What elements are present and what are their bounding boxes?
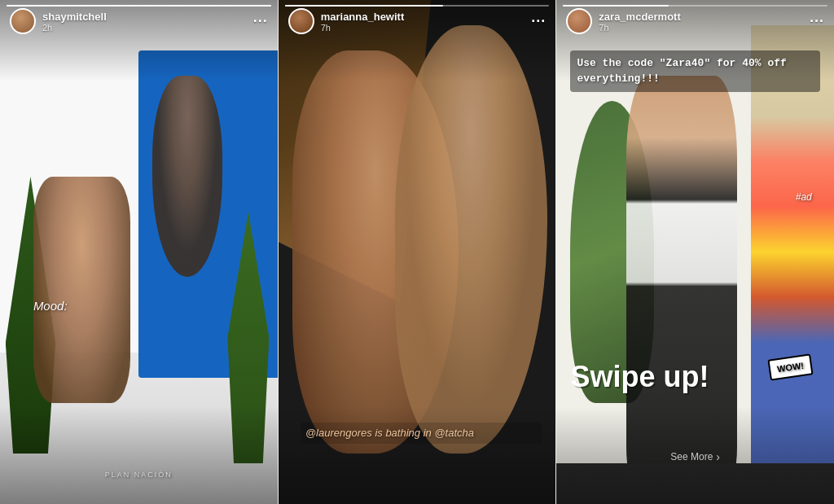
- story2-header-left: marianna_hewitt 7h: [288, 8, 405, 34]
- story2-username: marianna_hewitt: [321, 11, 405, 23]
- story1-mood-text: Mood:: [33, 299, 68, 313]
- story3-username: zara_mcdermott: [599, 11, 680, 23]
- story3-header-left: zara_mcdermott 7h: [566, 8, 680, 34]
- story1-progress-bar: [7, 5, 271, 7]
- story3-progress-fill: [563, 5, 669, 7]
- story3-ad-tag: #ad: [796, 191, 812, 203]
- story1-meta: shaymitchell 2h: [42, 11, 107, 33]
- story-card-2[interactable]: marianna_hewitt 7h ··· @laurengores is b…: [279, 0, 557, 504]
- story2-caption: @laurengores is bathing in @tatcha: [301, 423, 542, 444]
- story2-progress-fill: [285, 5, 444, 7]
- story3-time-ago: 7h: [599, 23, 680, 33]
- story2-bottom-gradient: [279, 406, 556, 504]
- avatar-zara-mcdermott[interactable]: [566, 8, 592, 34]
- story1-bottom-gradient: [0, 406, 278, 504]
- story3-swipe-up-text: Swipe up!: [570, 361, 709, 393]
- story1-username: shaymitchell: [42, 11, 107, 23]
- story2-time-ago: 7h: [321, 23, 405, 33]
- story3-meta: zara_mcdermott 7h: [599, 11, 680, 33]
- story1-figure-top: [152, 76, 222, 278]
- story2-face-right: [395, 25, 547, 454]
- story1-time-ago: 2h: [42, 23, 107, 33]
- story3-bottom-gradient: [556, 406, 834, 504]
- story-card-1[interactable]: shaymitchell 2h ··· Mood: PLAN NACIÓN: [0, 0, 279, 504]
- story3-progress-bar: [563, 5, 827, 7]
- stories-container: shaymitchell 2h ··· Mood: PLAN NACIÓN: [0, 0, 834, 504]
- story1-progress-fill: [7, 5, 271, 7]
- story-card-3[interactable]: zara_mcdermott 7h ··· Use the code "Zara…: [556, 0, 834, 504]
- story1-more-button[interactable]: ···: [253, 13, 268, 30]
- story3-more-button[interactable]: ···: [810, 13, 824, 30]
- story1-header-left: shaymitchell 2h: [10, 8, 107, 34]
- avatar-shaymitchell[interactable]: [10, 8, 36, 34]
- avatar-marianna-hewitt[interactable]: [288, 8, 314, 34]
- story2-meta: marianna_hewitt 7h: [321, 11, 405, 33]
- story3-promo-text: Use the code "Zara40" for 40% off everyt…: [570, 50, 820, 92]
- story2-more-button[interactable]: ···: [531, 13, 546, 30]
- story1-figure-bottom: [33, 177, 130, 404]
- story2-progress-bar: [285, 5, 550, 7]
- story1-watermark: PLAN NACIÓN: [105, 471, 173, 479]
